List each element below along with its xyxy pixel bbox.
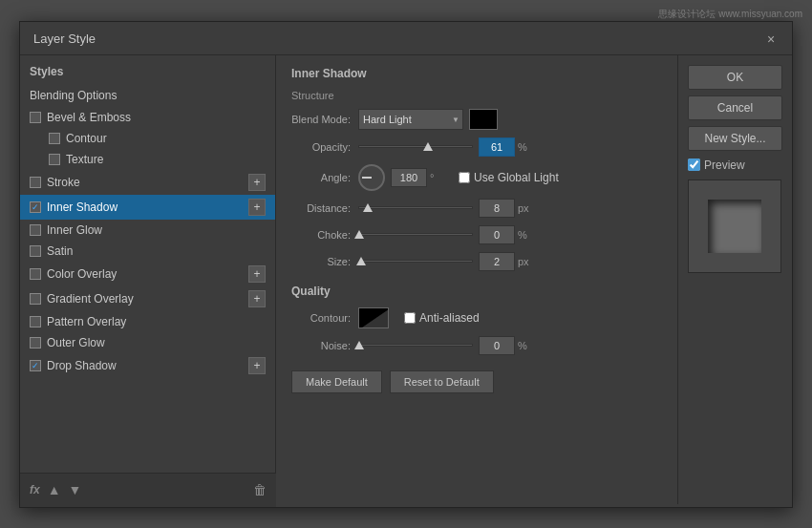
- add-gradient-overlay-button[interactable]: +: [248, 290, 266, 307]
- sidebar-item-contour[interactable]: Contour: [20, 128, 275, 149]
- checkbox-satin[interactable]: [30, 245, 41, 257]
- angle-label: Angle:: [291, 172, 358, 183]
- sidebar-label-color-overlay: Color Overlay: [47, 267, 248, 281]
- quality-section: Quality Contour:: [291, 285, 662, 355]
- new-style-button[interactable]: New Style...: [688, 126, 782, 151]
- use-global-light-text: Use Global Light: [474, 171, 559, 184]
- blend-mode-row: Blend Mode: Hard Light Normal Multiply S…: [291, 109, 662, 130]
- opacity-label: Opacity:: [291, 141, 358, 153]
- size-slider[interactable]: [358, 260, 473, 263]
- anti-aliased-label[interactable]: Anti-aliased: [404, 311, 480, 325]
- watermark: 思缘设计论坛 www.missyuan.com: [658, 8, 802, 21]
- sidebar-item-outer-glow[interactable]: Outer Glow: [20, 332, 275, 353]
- checkbox-bevel-emboss[interactable]: [30, 112, 41, 123]
- sidebar-item-gradient-overlay[interactable]: Gradient Overlay +: [20, 286, 275, 311]
- move-up-icon[interactable]: ▲: [48, 482, 61, 497]
- noise-input[interactable]: [479, 336, 515, 355]
- blend-color-swatch[interactable]: [469, 109, 498, 130]
- sidebar-label-inner-glow: Inner Glow: [47, 223, 266, 237]
- sidebar-item-inner-glow[interactable]: Inner Glow: [20, 220, 275, 241]
- contour-row: Contour:: [291, 307, 662, 328]
- right-panel: OK Cancel New Style... Preview: [677, 55, 792, 504]
- choke-row: Choke: %: [291, 225, 662, 244]
- blend-mode-select-wrapper[interactable]: Hard Light Normal Multiply Screen Overla…: [358, 109, 463, 130]
- choke-unit: %: [518, 229, 537, 241]
- cancel-button[interactable]: Cancel: [688, 95, 782, 120]
- add-drop-shadow-button[interactable]: +: [248, 357, 266, 374]
- opacity-input[interactable]: [479, 137, 515, 157]
- angle-unit: °: [430, 172, 449, 183]
- anti-aliased-text: Anti-aliased: [419, 311, 480, 325]
- sidebar-item-bevel-emboss[interactable]: Bevel & Emboss: [20, 107, 275, 128]
- size-label: Size:: [291, 256, 358, 267]
- size-slider-container: px: [358, 252, 662, 271]
- noise-slider[interactable]: [358, 344, 473, 347]
- add-stroke-button[interactable]: +: [248, 174, 266, 191]
- preview-label[interactable]: Preview: [688, 158, 782, 172]
- dialog-title: Layer Style: [33, 32, 96, 46]
- main-content: Inner Shadow Structure Blend Mode: Hard …: [276, 55, 677, 504]
- make-default-button[interactable]: Make Default: [291, 370, 382, 393]
- checkbox-drop-shadow[interactable]: [30, 360, 41, 371]
- action-buttons-row: Make Default Reset to Default: [291, 370, 662, 393]
- checkbox-inner-glow[interactable]: [30, 224, 41, 236]
- distance-slider-container: px: [358, 199, 662, 218]
- checkbox-pattern-overlay[interactable]: [30, 316, 41, 327]
- section-title: Inner Shadow: [291, 67, 662, 80]
- title-bar: Layer Style ×: [20, 22, 792, 55]
- distance-unit: px: [518, 202, 537, 214]
- contour-label: Contour:: [291, 312, 358, 324]
- reset-default-button[interactable]: Reset to Default: [390, 370, 494, 393]
- size-row: Size: px: [291, 252, 662, 271]
- sidebar-label-stroke: Stroke: [47, 176, 248, 189]
- sidebar-label-gradient-overlay: Gradient Overlay: [47, 292, 248, 306]
- sidebar-item-color-overlay[interactable]: Color Overlay +: [20, 262, 275, 286]
- add-color-overlay-button[interactable]: +: [248, 265, 266, 283]
- sidebar-label-blending-options: Blending Options: [30, 89, 266, 102]
- noise-unit: %: [518, 340, 537, 351]
- ok-button[interactable]: OK: [688, 65, 782, 90]
- distance-row: Distance: px: [291, 199, 662, 218]
- angle-input[interactable]: [391, 168, 427, 187]
- sidebar-item-texture[interactable]: Texture: [20, 149, 275, 170]
- sidebar-header: Styles: [20, 61, 275, 84]
- checkbox-color-overlay[interactable]: [30, 268, 41, 280]
- use-global-light-checkbox[interactable]: [459, 172, 470, 183]
- checkbox-texture[interactable]: [49, 154, 60, 165]
- checkbox-gradient-overlay[interactable]: [30, 293, 41, 305]
- choke-slider[interactable]: [358, 233, 473, 236]
- sidebar-item-blending-options[interactable]: Blending Options: [20, 84, 275, 107]
- close-button[interactable]: ×: [763, 32, 779, 47]
- move-down-icon[interactable]: ▼: [69, 482, 82, 497]
- size-input[interactable]: [479, 252, 515, 271]
- sidebar-label-contour: Contour: [66, 132, 266, 145]
- preview-checkbox[interactable]: [688, 158, 700, 171]
- blend-mode-label: Blend Mode:: [291, 114, 358, 125]
- blend-mode-select[interactable]: Hard Light Normal Multiply Screen Overla…: [358, 109, 463, 130]
- choke-slider-container: %: [358, 225, 662, 244]
- anti-aliased-checkbox[interactable]: [404, 312, 416, 324]
- sidebar-item-inner-shadow[interactable]: Inner Shadow +: [20, 195, 275, 220]
- sidebar-item-drop-shadow[interactable]: Drop Shadow +: [20, 353, 275, 378]
- distance-slider[interactable]: [358, 206, 473, 209]
- sidebar-item-pattern-overlay[interactable]: Pattern Overlay: [20, 311, 275, 332]
- distance-input[interactable]: [479, 199, 515, 218]
- sidebar-item-stroke[interactable]: Stroke +: [20, 170, 275, 195]
- checkbox-contour[interactable]: [49, 133, 60, 144]
- opacity-slider[interactable]: [358, 145, 473, 148]
- noise-slider-container: %: [358, 336, 662, 355]
- angle-dial[interactable]: [358, 164, 385, 191]
- add-inner-shadow-button[interactable]: +: [248, 199, 266, 216]
- contour-swatch[interactable]: [358, 307, 389, 328]
- use-global-light-label[interactable]: Use Global Light: [459, 171, 559, 184]
- sidebar-item-satin[interactable]: Satin: [20, 241, 275, 262]
- checkbox-inner-shadow[interactable]: [30, 201, 41, 213]
- checkbox-outer-glow[interactable]: [30, 337, 41, 348]
- size-unit: px: [518, 256, 537, 267]
- choke-input[interactable]: [479, 225, 515, 244]
- sidebar: Styles Blending Options Bevel & Emboss C…: [20, 55, 276, 504]
- sidebar-label-satin: Satin: [47, 244, 266, 258]
- checkbox-stroke[interactable]: [30, 177, 41, 188]
- delete-icon[interactable]: 🗑: [253, 482, 267, 497]
- fx-icon[interactable]: fx: [30, 483, 40, 496]
